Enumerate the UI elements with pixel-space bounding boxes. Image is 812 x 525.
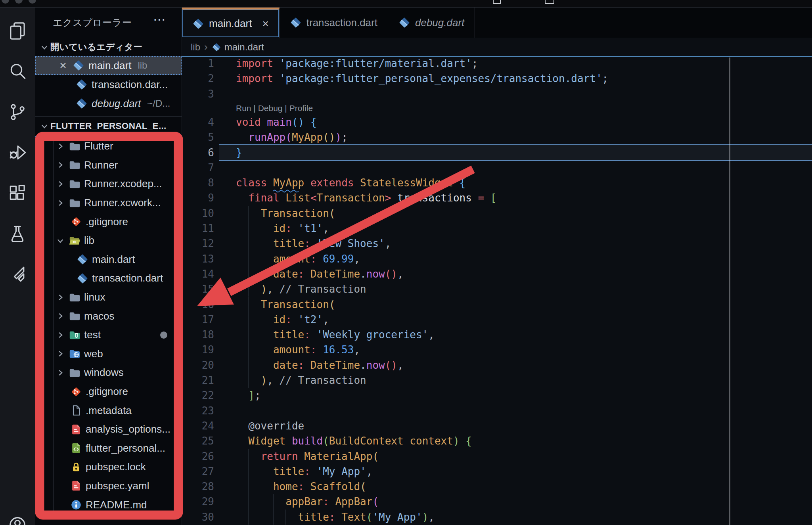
code-line[interactable] <box>236 403 248 418</box>
code-line[interactable]: } <box>236 145 242 160</box>
code-line[interactable]: runApp(MyApp()); <box>236 130 348 145</box>
line-number[interactable]: 25 <box>184 433 214 448</box>
code-line[interactable]: void main() { <box>236 115 317 130</box>
code-line[interactable]: ), // Transaction <box>236 282 366 297</box>
code-line[interactable]: title: Text('My App'), <box>236 510 435 525</box>
tree-item-flutter-personal-[interactable]: flutter_personal... <box>35 439 182 458</box>
code-line[interactable]: title: 'New Shoes', <box>236 236 391 251</box>
line-number[interactable]: 14 <box>184 266 214 282</box>
line-number[interactable]: 16 <box>184 297 214 312</box>
code-line[interactable]: return MaterialApp( <box>236 449 379 464</box>
code-line[interactable]: title: 'My App', <box>236 464 372 479</box>
code-line[interactable]: Widget build(BuildContext context) { <box>236 433 472 448</box>
code-line[interactable]: ]; <box>236 388 261 403</box>
line-number[interactable]: 20 <box>184 358 214 373</box>
tree-item-analysis-options-[interactable]: analysis_options... <box>35 420 182 439</box>
line-number[interactable]: 12 <box>184 236 214 251</box>
tree-item--gitignore[interactable]: .gitignore <box>35 212 182 231</box>
tree-item-macos[interactable]: macos <box>35 307 182 326</box>
line-number[interactable]: 19 <box>184 342 214 357</box>
line-number[interactable]: 11 <box>184 221 214 236</box>
activity-item-account[interactable] <box>0 514 35 525</box>
activity-item-run-debug[interactable] <box>0 142 35 164</box>
tab-main-dart[interactable]: main.dart× <box>182 8 280 38</box>
tree-item--gitignore[interactable]: .gitignore <box>35 382 182 401</box>
tree-item-linux[interactable]: linux <box>35 288 182 307</box>
traffic-light-close-button[interactable] <box>2 0 9 4</box>
code-line[interactable]: import 'package:flutter_personal_expense… <box>236 71 608 86</box>
tree-item-lib[interactable]: lib <box>35 231 182 250</box>
tab-transaction-dart[interactable]: transaction.dart <box>280 8 388 38</box>
line-number[interactable]: 28 <box>184 479 214 494</box>
open-editors-header[interactable]: 開いているエディター <box>35 38 182 56</box>
code-line[interactable]: date: DateTime.now(), <box>236 358 404 373</box>
tree-item-main-dart[interactable]: main.dart <box>35 250 182 269</box>
line-number[interactable]: 17 <box>184 312 214 327</box>
tree-item-readme-md[interactable]: README.md <box>35 495 182 514</box>
code-line[interactable]: date: DateTime.now(), <box>236 266 404 282</box>
line-number[interactable]: 6 <box>184 145 214 160</box>
code-line[interactable]: id: 't1', <box>236 221 329 236</box>
tree-item-flutter[interactable]: Flutter <box>35 137 182 156</box>
tree-item-transaction-dart[interactable]: transaction.dart <box>35 269 182 288</box>
project-section-header[interactable]: FLUTTER_PERSONAL_E... <box>35 116 182 135</box>
code-line[interactable]: @override <box>236 418 304 433</box>
code-line[interactable]: home: Scaffold( <box>236 479 366 494</box>
code-line[interactable]: class MyApp extends StatelessWidget { <box>236 175 465 190</box>
breadcrumb-item[interactable]: lib <box>191 42 200 53</box>
tab-debug-dart[interactable]: debug.dart <box>388 8 475 38</box>
code-editor[interactable]: 1234567891011121314151617181920212223242… <box>182 57 812 525</box>
line-number[interactable]: 30 <box>184 510 214 525</box>
line-number[interactable]: 22 <box>184 388 214 403</box>
breadcrumb-item[interactable]: main.dart <box>224 42 264 53</box>
code-line[interactable]: title: 'Weekly groceries', <box>236 327 435 342</box>
line-number[interactable]: 26 <box>184 449 214 464</box>
activity-item-explorer[interactable] <box>0 19 35 42</box>
line-number[interactable]: 1 <box>184 57 214 71</box>
tree-item-pubspec-yaml[interactable]: pubspec.yaml <box>35 477 182 496</box>
open-editor-item[interactable]: transaction.dar... <box>35 75 182 94</box>
tree-item-runner[interactable]: Runner <box>35 156 182 175</box>
tree-item-runner-xcodep-[interactable]: Runner.xcodep... <box>35 174 182 194</box>
open-editor-item[interactable]: ×main.dartlib <box>35 56 182 75</box>
close-icon[interactable]: × <box>262 18 268 29</box>
tree-item-runner-xcwork-[interactable]: Runner.xcwork... <box>35 194 182 213</box>
open-editor-item[interactable]: debug.dart~/D... <box>35 94 182 113</box>
activity-item-flutter[interactable] <box>0 263 35 285</box>
code-line[interactable]: amount: 16.53, <box>236 342 360 357</box>
line-number[interactable]: 8 <box>184 175 214 190</box>
line-number[interactable]: 2 <box>184 71 214 86</box>
code-line[interactable]: Transaction( <box>236 206 335 221</box>
line-number[interactable]: 5 <box>184 130 214 145</box>
line-number[interactable]: 15 <box>184 282 214 297</box>
line-number[interactable]: 29 <box>184 494 214 509</box>
tree-item--metadata[interactable]: .metadata <box>35 401 182 420</box>
layout-toggle-icon[interactable] <box>493 0 501 4</box>
line-number[interactable]: 27 <box>184 464 214 479</box>
line-number[interactable]: 24 <box>184 418 214 433</box>
breadcrumb[interactable]: lib›main.dart <box>182 38 812 56</box>
line-number[interactable]: 4 <box>184 115 214 130</box>
more-actions-button[interactable]: ⋯ <box>153 13 166 26</box>
line-number[interactable]: 21 <box>184 373 214 388</box>
layout-toggle-icon[interactable] <box>545 0 554 4</box>
close-icon[interactable]: × <box>58 61 68 70</box>
activity-item-search[interactable] <box>0 60 35 82</box>
activity-item-extensions[interactable] <box>0 182 35 204</box>
tree-item-windows[interactable]: windows <box>35 363 182 382</box>
tree-item-test[interactable]: test <box>35 326 182 345</box>
line-number[interactable]: 3 <box>184 86 214 102</box>
line-number[interactable]: 18 <box>184 327 214 342</box>
activity-item-source-control[interactable] <box>0 101 35 123</box>
traffic-light-zoom-button[interactable] <box>29 0 36 4</box>
code-line[interactable]: Transaction( <box>236 297 335 312</box>
codelens[interactable]: Run | Debug | Profile <box>236 102 313 115</box>
tree-item-pubspec-lock[interactable]: pubspec.lock <box>35 458 182 477</box>
activity-item-testing[interactable] <box>0 223 35 245</box>
code-line[interactable]: id: 't2', <box>236 312 329 327</box>
code-line[interactable]: amount: 69.99, <box>236 251 360 266</box>
code-line[interactable]: import 'package:flutter/material.dart'; <box>236 57 478 71</box>
line-number[interactable]: 9 <box>184 190 214 205</box>
traffic-light-minimize-button[interactable] <box>15 0 23 4</box>
line-number[interactable]: 23 <box>184 403 214 418</box>
